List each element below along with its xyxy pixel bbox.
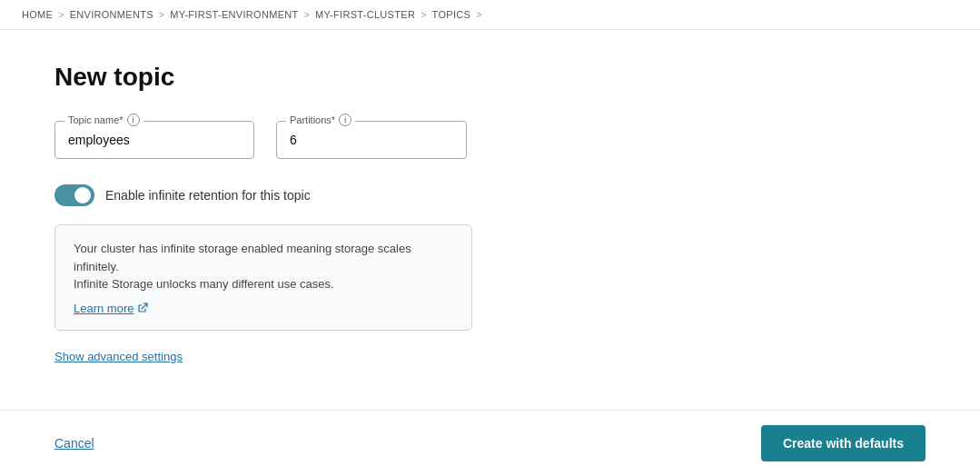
topic-name-field-group: Topic name* i [54, 121, 254, 159]
breadcrumb: HOME > ENVIRONMENTS > MY-FIRST-ENVIRONME… [0, 0, 980, 30]
breadcrumb-sep-4: > [421, 9, 426, 20]
breadcrumb-environments[interactable]: ENVIRONMENTS [70, 9, 153, 20]
external-link-icon [137, 302, 148, 313]
topic-name-info-icon[interactable]: i [127, 114, 140, 126]
breadcrumb-topics[interactable]: TOPICS [432, 9, 471, 20]
toggle-label: Enable infinite retention for this topic [105, 188, 311, 203]
infinite-retention-toggle[interactable] [54, 184, 94, 206]
cancel-button[interactable]: Cancel [54, 436, 94, 451]
learn-more-link[interactable]: Learn more [74, 302, 148, 315]
partitions-label: Partitions* [290, 114, 335, 125]
topic-name-wrapper: Topic name* i [54, 121, 254, 159]
show-advanced-settings-link[interactable]: Show advanced settings [54, 350, 183, 363]
main-content: New topic Topic name* i Partitions* i [0, 30, 980, 410]
breadcrumb-first-env[interactable]: MY-FIRST-ENVIRONMENT [170, 9, 298, 20]
topic-name-input[interactable] [68, 133, 241, 147]
partitions-wrapper: Partitions* i [276, 121, 467, 159]
partitions-info-icon[interactable]: i [339, 114, 351, 126]
create-with-defaults-button[interactable]: Create with defaults [761, 425, 926, 461]
infinite-storage-info-box: Your cluster has infinite storage enable… [54, 224, 472, 331]
topic-name-label: Topic name* [68, 114, 124, 125]
breadcrumb-sep-1: > [58, 9, 64, 20]
breadcrumb-sep-3: > [304, 9, 310, 20]
partitions-input[interactable] [290, 133, 453, 147]
breadcrumb-first-cluster[interactable]: MY-FIRST-CLUSTER [315, 9, 415, 20]
footer: Cancel Create with defaults [0, 410, 980, 476]
form-row: Topic name* i Partitions* i [54, 121, 926, 159]
toggle-row: Enable infinite retention for this topic [54, 184, 926, 206]
breadcrumb-home[interactable]: HOME [22, 9, 53, 20]
partitions-field-group: Partitions* i [276, 121, 467, 159]
page-title: New topic [54, 63, 926, 92]
breadcrumb-sep-5: > [476, 9, 481, 20]
toggle-slider [54, 184, 94, 206]
breadcrumb-sep-2: > [159, 9, 164, 20]
info-box-line1: Your cluster has infinite storage enable… [74, 240, 453, 293]
